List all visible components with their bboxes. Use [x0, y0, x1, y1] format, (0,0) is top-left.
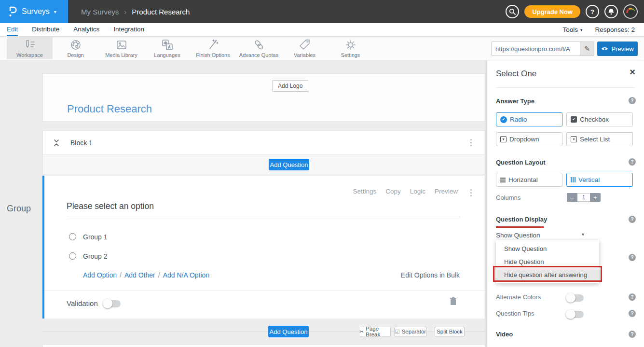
- columns-decrement-button[interactable]: –: [567, 193, 577, 202]
- panel-title: Select One: [496, 69, 536, 79]
- add-question-button-bottom[interactable]: Add Question: [268, 326, 309, 337]
- question-layout-help-icon[interactable]: ?: [629, 158, 636, 166]
- preview-label: Preview: [611, 45, 633, 53]
- checkbox-icon: ☑: [395, 329, 400, 335]
- tab-distribute[interactable]: Distribute: [32, 23, 59, 36]
- close-icon[interactable]: ×: [630, 67, 635, 77]
- toolbar-item-finish-options[interactable]: Finish Options: [190, 37, 236, 59]
- add-question-button-top[interactable]: Add Question: [269, 159, 309, 170]
- upgrade-now-button[interactable]: Upgrade Now: [524, 5, 580, 18]
- question-tips-help-icon[interactable]: ?: [629, 310, 636, 317]
- columns-value[interactable]: 1: [577, 193, 590, 202]
- option-label-1[interactable]: Group 1: [83, 233, 108, 241]
- add-other-link[interactable]: Add Other: [124, 271, 155, 279]
- columns-increment-button[interactable]: +: [590, 193, 601, 202]
- breadcrumb-parent[interactable]: My Surveys: [81, 8, 119, 16]
- main-tabs: Edit Distribute Analytics Integration: [7, 23, 144, 36]
- vertical-bars-icon: [571, 177, 575, 182]
- question-display-help-icon[interactable]: ?: [629, 216, 636, 223]
- notifications-button[interactable]: [604, 5, 618, 18]
- add-na-option-link[interactable]: Add N/A Option: [163, 271, 210, 279]
- question-text[interactable]: Please select an option: [67, 201, 154, 211]
- layout-horizontal-button[interactable]: Horizontal: [496, 173, 562, 187]
- menu-item-hide-question[interactable]: Hide Question: [496, 255, 599, 268]
- page-break-button[interactable]: ✂ Page Break: [359, 327, 391, 336]
- tools-menu[interactable]: Tools ▾: [562, 26, 582, 33]
- option-radio-1[interactable]: [69, 233, 76, 240]
- add-logo-button[interactable]: Add Logo: [272, 80, 308, 92]
- toolbar-item-languages[interactable]: Languages: [144, 37, 190, 59]
- option-label-2[interactable]: Group 2: [83, 252, 108, 260]
- tab-edit[interactable]: Edit: [7, 23, 18, 36]
- tab-analytics[interactable]: Analytics: [73, 23, 99, 36]
- alternate-colors-toggle[interactable]: [566, 294, 584, 302]
- delete-question-icon[interactable]: [450, 297, 457, 305]
- alternate-colors-help-icon[interactable]: ?: [629, 293, 636, 301]
- answer-type-select-list-button[interactable]: ▾ Select List: [566, 132, 633, 146]
- preview-button[interactable]: Preview: [597, 42, 638, 56]
- edit-options-in-bulk-link[interactable]: Edit Options in Bulk: [401, 271, 460, 279]
- translate-icon: [161, 39, 174, 51]
- split-block-button[interactable]: Split Block: [435, 327, 465, 336]
- question-preview-link[interactable]: Preview: [435, 188, 458, 195]
- toolbar-item-variables[interactable]: Variables: [282, 37, 328, 59]
- answer-type-dropdown-button[interactable]: ▾ Dropdown: [496, 132, 562, 146]
- answer-type-radio-button[interactable]: ✔ Radio: [496, 112, 562, 126]
- product-menu[interactable]: Surveys ▾: [0, 0, 68, 23]
- bell-icon: [607, 8, 615, 15]
- alternate-colors-label: Alternate Colors: [496, 293, 541, 301]
- question-copy-link[interactable]: Copy: [385, 188, 401, 195]
- account-avatar[interactable]: [623, 4, 638, 19]
- toolbar-item-workspace[interactable]: Workspace: [7, 37, 53, 59]
- next-block-edge: [42, 344, 485, 347]
- select-caret-icon[interactable]: ▾: [582, 232, 584, 237]
- answer-type-help-icon[interactable]: ?: [629, 97, 636, 104]
- gear-icon: [344, 39, 357, 51]
- toolbar-item-advance-quotas[interactable]: Advance Quotas: [236, 37, 282, 59]
- panel-divider: [496, 87, 635, 88]
- toolbar-item-settings[interactable]: Settings: [328, 37, 373, 59]
- toolbar-item-design[interactable]: Design: [53, 37, 98, 59]
- editor-toolbar: Workspace Design Media Library: [0, 37, 644, 60]
- horizontal-lines-icon: [500, 178, 506, 182]
- toolbar-item-media-library[interactable]: Media Library: [98, 37, 144, 59]
- question-settings-link[interactable]: Settings: [353, 188, 376, 195]
- question-text-underline: [67, 217, 460, 217]
- option-radio-2[interactable]: [69, 252, 76, 260]
- separator-button[interactable]: ☑ Separator: [394, 327, 427, 336]
- chevron-down-icon: ▾: [54, 9, 56, 14]
- breadcrumb-separator-icon: ›: [124, 8, 126, 16]
- help-button[interactable]: ?: [586, 5, 599, 18]
- menu-item-hide-after-answering[interactable]: Hide question after answering: [496, 268, 599, 281]
- layout-vertical-button[interactable]: Vertical: [566, 173, 633, 187]
- menu-item-show-question[interactable]: Show Question: [496, 242, 599, 255]
- breadcrumb: My Surveys › Product Research: [81, 0, 190, 23]
- add-option-link[interactable]: Add Option: [83, 271, 117, 279]
- responses-count[interactable]: Responses: 2: [595, 26, 635, 33]
- tab-integration[interactable]: Integration: [113, 23, 144, 36]
- survey-url-input[interactable]: [492, 42, 580, 56]
- survey-url-group: ✎: [491, 42, 594, 56]
- dropdown-box-icon: ▾: [500, 136, 507, 142]
- breadcrumb-current: Product Research: [132, 8, 190, 16]
- question-logic-link[interactable]: Logic: [410, 188, 425, 195]
- search-button[interactable]: [506, 5, 519, 18]
- question-display-select[interactable]: Show Question: [496, 232, 588, 239]
- answer-type-label: Answer Type: [496, 97, 534, 105]
- block-title[interactable]: Block 1: [70, 131, 93, 155]
- select-list-box-icon: ▾: [571, 136, 577, 142]
- validation-toggle[interactable]: [103, 300, 121, 307]
- question-divider: [44, 290, 485, 291]
- collapse-block-icon[interactable]: [53, 139, 60, 147]
- hidden-section-help-icon[interactable]: ?: [629, 254, 636, 261]
- answer-type-checkbox-button[interactable]: ✔ Checkbox: [566, 112, 633, 126]
- question-menu-icon[interactable]: [469, 188, 473, 198]
- question-editor: Settings Copy Logic Preview Please selec…: [42, 176, 485, 319]
- tabbar: Edit Distribute Analytics Integration To…: [0, 23, 644, 37]
- video-help-icon[interactable]: ?: [629, 331, 636, 338]
- block-menu-icon[interactable]: [469, 138, 473, 148]
- question-tips-toggle[interactable]: [566, 311, 584, 318]
- columns-stepper: – 1 +: [567, 193, 601, 202]
- survey-title[interactable]: Product Research: [67, 103, 152, 115]
- edit-url-button[interactable]: ✎: [580, 42, 594, 56]
